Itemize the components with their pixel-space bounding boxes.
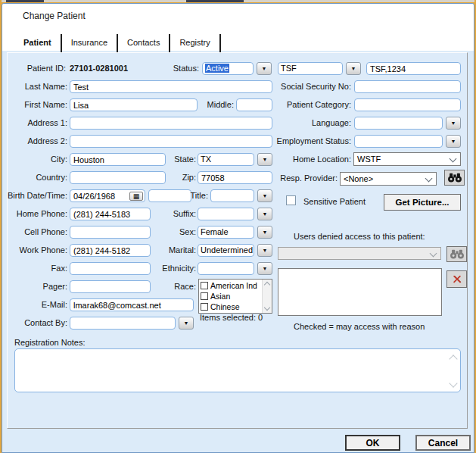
- dropdown-arrow-icon: ▼: [451, 120, 456, 126]
- marital-value-box: Undetermined: [198, 244, 254, 257]
- home-location-select[interactable]: WSTF: [353, 152, 461, 166]
- background-window-strip: [2, 0, 474, 2]
- race-scrollbar[interactable]: [262, 280, 272, 313]
- denied-user-search-button[interactable]: [446, 246, 467, 262]
- binoculars-icon: [447, 173, 462, 183]
- sex-select[interactable]: Female ▼: [198, 226, 272, 239]
- checkbox-icon[interactable]: [201, 303, 208, 311]
- employment-status-select[interactable]: ▼: [354, 135, 461, 148]
- resp-provider-select[interactable]: <None>: [340, 172, 437, 186]
- race-option-label: American Ind: [210, 281, 257, 290]
- checkbox-icon[interactable]: [201, 292, 208, 300]
- ethnicity-select[interactable]: ▼: [198, 262, 272, 275]
- race-option-label: Asian: [210, 292, 230, 301]
- marital-select[interactable]: Undetermined ▼: [198, 244, 272, 257]
- facility-select[interactable]: TSF ▼: [278, 62, 361, 75]
- checkbox-icon[interactable]: [201, 282, 208, 289]
- email-input[interactable]: [70, 298, 194, 311]
- marital-label: Marital:: [138, 245, 196, 255]
- resp-provider-value: <None>: [344, 174, 373, 183]
- facility-dropdown-button[interactable]: ▼: [346, 62, 361, 75]
- title-select[interactable]: ▼: [210, 189, 272, 202]
- ethnicity-value-box: [198, 262, 254, 275]
- remove-denied-user-button[interactable]: [446, 270, 467, 288]
- race-option[interactable]: Asian: [199, 291, 262, 301]
- resp-provider-label: Resp. Provider:: [247, 173, 338, 183]
- birth-date-label: Birth Date/Time:: [2, 191, 67, 200]
- denied-users-listbox[interactable]: [278, 268, 442, 316]
- status-value-box: Active: [202, 62, 254, 75]
- binoculars-icon: [450, 249, 465, 259]
- language-select[interactable]: ▼: [354, 117, 461, 130]
- background-window-fragment: [186, 0, 244, 2]
- state-label: State:: [138, 155, 196, 164]
- cancel-button[interactable]: Cancel: [415, 435, 471, 451]
- marital-dropdown-button[interactable]: ▼: [257, 244, 272, 257]
- get-picture-label: Get Picture...: [396, 198, 450, 207]
- resp-provider-search-button[interactable]: [444, 170, 465, 186]
- dialog-title: Change Patient: [23, 11, 86, 21]
- get-picture-button[interactable]: Get Picture...: [384, 194, 461, 211]
- state-value-box: TX: [198, 153, 254, 166]
- contact-by-value-box: [70, 317, 176, 330]
- last-name-label: Last Name:: [2, 82, 67, 91]
- sex-dropdown-button[interactable]: ▼: [257, 226, 272, 239]
- contact-by-dropdown-button[interactable]: ▼: [179, 317, 194, 330]
- race-option-label: Chinese: [210, 302, 240, 311]
- calendar-button[interactable]: ▦: [129, 192, 143, 201]
- ok-button[interactable]: OK: [345, 435, 400, 451]
- scroll-up-icon[interactable]: [264, 282, 270, 288]
- race-option[interactable]: Chinese: [199, 301, 262, 312]
- status-select[interactable]: Active ▼: [202, 62, 272, 75]
- tab-patient[interactable]: Patient: [14, 34, 62, 52]
- suffix-select[interactable]: ▼: [198, 208, 272, 220]
- language-dropdown-button[interactable]: ▼: [446, 117, 461, 130]
- chevron-down-icon: [450, 155, 457, 163]
- denied-access-label: Users denied access to this patient:: [294, 232, 425, 241]
- suffix-dropdown-button[interactable]: ▼: [257, 208, 272, 220]
- title-dropdown-button[interactable]: ▼: [257, 189, 272, 202]
- screen: Change Patient Patient Insurance Contact…: [0, 0, 476, 453]
- race-listbox[interactable]: American Ind Asian Chinese: [198, 279, 272, 314]
- account-input[interactable]: [366, 62, 461, 75]
- registration-notes-textarea[interactable]: [14, 348, 461, 392]
- middle-name-label: Middle:: [176, 100, 234, 109]
- sensitive-patient-checkbox[interactable]: [286, 195, 296, 205]
- denied-user-select[interactable]: [278, 247, 441, 260]
- ethnicity-dropdown-button[interactable]: ▼: [257, 262, 272, 275]
- status-label: Status:: [151, 64, 199, 73]
- scroll-down-icon[interactable]: [264, 305, 270, 311]
- employment-status-value-box: [354, 135, 443, 148]
- first-name-label: First Name:: [2, 100, 67, 109]
- language-value-box: [354, 117, 443, 130]
- facility-value-box: TSF: [278, 62, 343, 75]
- race-option[interactable]: American Ind: [199, 280, 262, 291]
- patient-category-input[interactable]: [354, 98, 461, 111]
- ethnicity-label: Ethnicity:: [138, 264, 196, 273]
- dropdown-arrow-icon: ▼: [451, 139, 456, 144]
- chevron-down-icon: [430, 250, 437, 258]
- sensitive-patient-label: Sensitive Patient: [303, 197, 366, 206]
- tab-registry[interactable]: Registry: [170, 34, 220, 52]
- race-options: American Ind Asian Chinese: [199, 280, 262, 312]
- birth-date-field[interactable]: 04/26/1968 ▦: [70, 189, 145, 202]
- tab-contacts[interactable]: Contacts: [118, 34, 170, 52]
- last-name-input[interactable]: [70, 80, 272, 93]
- home-location-label: Home Location:: [262, 155, 351, 164]
- tab-bar: Patient Insurance Contacts Registry: [14, 34, 221, 52]
- patient-id-value: 27101-0281001: [70, 64, 128, 73]
- status-dropdown-button[interactable]: ▼: [257, 62, 272, 75]
- fax-label: Fax:: [2, 264, 67, 273]
- race-label: Race:: [138, 282, 196, 291]
- chevron-down-icon: [425, 175, 433, 183]
- ssn-input[interactable]: [354, 80, 461, 93]
- address1-input[interactable]: [70, 117, 272, 130]
- contact-by-select[interactable]: ▼: [70, 317, 194, 330]
- address2-input[interactable]: [70, 135, 272, 148]
- patient-id-label: Patient ID:: [2, 64, 66, 73]
- tab-insurance[interactable]: Insurance: [62, 34, 118, 52]
- title-label: Title:: [151, 191, 208, 200]
- sex-value-box: Female: [198, 226, 254, 239]
- address2-label: Address 2:: [2, 136, 67, 145]
- employment-status-dropdown-button[interactable]: ▼: [446, 135, 461, 148]
